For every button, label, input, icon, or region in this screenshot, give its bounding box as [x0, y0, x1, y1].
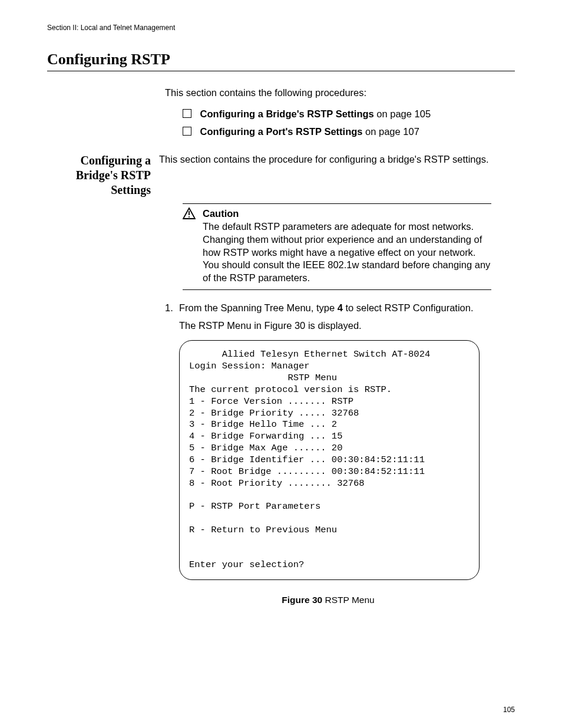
term-item: 6 - Bridge Identifier ... 00:30:84:52:11… [189, 454, 425, 465]
toc-list: Configuring a Bridge's RSTP Settings on … [183, 108, 515, 139]
term-item: 7 - Root Bridge ......... 00:30:84:52:11… [189, 466, 425, 477]
toc-item: Configuring a Bridge's RSTP Settings on … [183, 108, 515, 121]
page-title: Configuring RSTP [47, 51, 515, 68]
term-item: 8 - Root Priority ........ 32768 [189, 478, 365, 489]
term-prompt: Enter your selection? [189, 559, 304, 570]
side-heading-row: Configuring a Bridge's RSTP Settings Thi… [47, 153, 515, 197]
step-post: to select RSTP Configuration. [343, 302, 474, 313]
term-login: Login Session: Manager [189, 361, 310, 371]
step-number: 1. [165, 302, 179, 315]
term-proto: The current protocol version is RSTP. [189, 384, 392, 395]
term-menu-title: RSTP Menu [189, 373, 337, 383]
terminal-wrap: Allied Telesyn Ethernet Switch AT-8024 L… [179, 340, 480, 580]
term-item: 4 - Bridge Forwarding ... 15 [189, 431, 342, 442]
term-header: Allied Telesyn Ethernet Switch AT-8024 [189, 349, 430, 360]
caution-text: The default RSTP parameters are adequate… [203, 220, 491, 285]
running-header: Section II: Local and Telnet Management [47, 24, 515, 32]
term-r-line: R - Return to Previous Menu [189, 525, 337, 535]
intro-text: This section contains the following proc… [165, 87, 515, 100]
checkbox-icon [183, 127, 191, 136]
title-rule [47, 71, 515, 71]
step-1-result: The RSTP Menu in Figure 30 is displayed. [179, 319, 491, 332]
figure-text: RSTP Menu [322, 595, 374, 605]
term-item: 3 - Bridge Hello Time ... 2 [189, 419, 337, 430]
toc-item: Configuring a Port's RSTP Settings on pa… [183, 126, 515, 139]
page-number: 105 [503, 706, 515, 714]
step-text: From the Spanning Tree Menu, type 4 to s… [179, 302, 491, 315]
toc-link-suffix: on page 107 [362, 126, 419, 137]
step-pre: From the Spanning Tree Menu, type [179, 302, 338, 313]
caution-block: Caution The default RSTP parameters are … [183, 203, 491, 290]
checkbox-icon [183, 109, 191, 118]
page: Section II: Local and Telnet Management … [0, 0, 562, 728]
terminal-screen: Allied Telesyn Ethernet Switch AT-8024 L… [179, 340, 480, 580]
step-bold: 4 [338, 302, 343, 313]
body-content: This section contains the following proc… [47, 87, 515, 607]
side-intro: This section contains the procedure for … [159, 153, 515, 166]
caution-label: Caution [203, 207, 491, 220]
step-1: 1. From the Spanning Tree Menu, type 4 t… [165, 302, 491, 315]
term-item: 2 - Bridge Priority ..... 32768 [189, 408, 359, 419]
term-item: 5 - Bridge Max Age ...... 20 [189, 443, 342, 453]
warning-icon [183, 207, 199, 223]
caution-text-wrap: Caution The default RSTP parameters are … [203, 207, 491, 285]
svg-point-2 [189, 216, 190, 218]
figure-caption: Figure 30 RSTP Menu [165, 594, 491, 606]
term-item: 1 - Force Version ....... RSTP [189, 396, 353, 407]
toc-link-title: Configuring a Port's RSTP Settings [200, 126, 363, 137]
toc-link-suffix: on page 105 [374, 108, 431, 119]
toc-link-title: Configuring a Bridge's RSTP Settings [200, 108, 374, 119]
side-heading: Configuring a Bridge's RSTP Settings [47, 153, 159, 197]
term-p-line: P - RSTP Port Parameters [189, 501, 320, 512]
figure-label: Figure 30 [282, 595, 322, 605]
